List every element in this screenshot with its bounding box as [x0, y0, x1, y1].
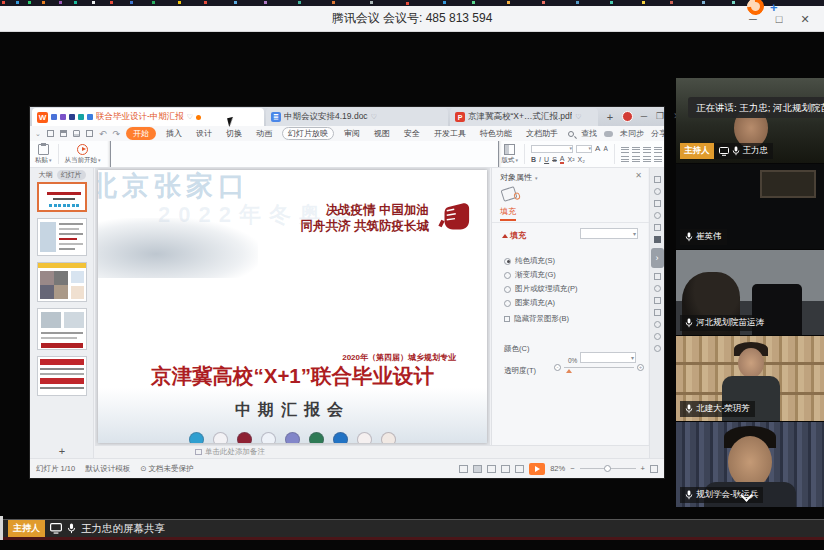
- menu-tab-review[interactable]: 审阅: [340, 127, 364, 140]
- favorite-icon[interactable]: ♡: [575, 113, 581, 121]
- protection-status[interactable]: ⊙ 文档未受保护: [140, 464, 193, 474]
- shrink-font-button[interactable]: A: [603, 145, 607, 152]
- slideshow-play-button[interactable]: [529, 463, 545, 475]
- doc-tab[interactable]: P 京津冀高校“X+…式汇报.pdf ♡: [450, 108, 598, 126]
- zoom-level[interactable]: 82%: [550, 464, 565, 473]
- video-tile[interactable]: 崔英伟: [676, 164, 824, 249]
- search-icon[interactable]: [568, 131, 574, 137]
- menu-tab-slideshow[interactable]: 幻灯片放映: [282, 127, 334, 140]
- panel-close-icon[interactable]: ✕: [635, 171, 642, 180]
- slide-thumbnail-5[interactable]: [37, 356, 87, 396]
- sidebar-icon[interactable]: [654, 309, 661, 316]
- tab-outline[interactable]: 大纲: [39, 170, 53, 180]
- sidebar-icon[interactable]: [654, 285, 661, 292]
- sidebar-icon[interactable]: [654, 345, 661, 352]
- grow-font-button[interactable]: A: [595, 144, 600, 153]
- menu-tab-assistant[interactable]: 文档助手: [522, 127, 562, 140]
- view-split-icon[interactable]: [501, 465, 510, 473]
- redo-icon[interactable]: ↷: [112, 129, 120, 139]
- slider-marker-icon[interactable]: [566, 369, 572, 373]
- favorite-icon[interactable]: ♡: [187, 113, 193, 121]
- slide-thumbnail-2[interactable]: [37, 218, 87, 256]
- play-from-current-button[interactable]: 从当前开始▾: [65, 144, 101, 165]
- fill-bucket-icon[interactable]: [500, 186, 517, 202]
- fill-preset-combo[interactable]: [580, 228, 638, 239]
- color-combo[interactable]: [580, 352, 636, 363]
- slider-plus-icon[interactable]: +: [637, 364, 644, 371]
- save-icon[interactable]: [60, 130, 67, 137]
- sidebar-icon[interactable]: [654, 297, 661, 304]
- zoom-slider[interactable]: [580, 468, 636, 469]
- menu-collapse-icon[interactable]: ⌄: [35, 130, 41, 138]
- doc-tab[interactable]: ≣ 中期会议安排4.19.doc ♡: [266, 108, 448, 126]
- align-left-icon[interactable]: [621, 156, 629, 162]
- share-button[interactable]: 分享: [651, 128, 664, 139]
- sidebar-icon[interactable]: [654, 200, 661, 207]
- sidebar-icon[interactable]: [654, 176, 661, 183]
- subscript-button[interactable]: X₂: [577, 156, 584, 163]
- template-name[interactable]: 默认设计模板: [85, 464, 130, 474]
- font-color-button[interactable]: A: [560, 155, 565, 164]
- layout-button[interactable]: 版式▾: [502, 144, 519, 165]
- zoom-slider-knob[interactable]: [604, 465, 611, 472]
- notes-bar[interactable]: 单击此处添加备注: [95, 445, 649, 458]
- outdent-icon[interactable]: [654, 147, 662, 153]
- close-icon[interactable]: ✕: [792, 13, 818, 26]
- numbering-icon[interactable]: [632, 147, 640, 153]
- sidebar-icon[interactable]: [654, 224, 661, 231]
- wps-restore-icon[interactable]: ❐: [652, 107, 668, 126]
- view-notes-icon[interactable]: [515, 465, 524, 473]
- slide[interactable]: 北京张家口 2022年冬奥会 决战疫情 中国加油 同舟共济 共筑防疫长城 202…: [98, 170, 487, 443]
- sidebar-icon-selected[interactable]: [654, 236, 661, 243]
- video-tile[interactable]: 北建大-荣玥芳: [676, 336, 824, 421]
- bold-button[interactable]: B: [531, 156, 536, 163]
- italic-button[interactable]: I: [539, 156, 541, 163]
- align-center-icon[interactable]: [632, 156, 640, 162]
- menu-tab-devtools[interactable]: 开发工具: [430, 127, 470, 140]
- search-label[interactable]: 查找: [581, 128, 597, 139]
- slide-thumbnail-1[interactable]: [37, 182, 87, 212]
- wps-minimize-icon[interactable]: ─: [636, 107, 652, 126]
- indent-icon[interactable]: [643, 147, 651, 153]
- align-right-icon[interactable]: [643, 156, 651, 162]
- sync-status[interactable]: 未同步: [620, 128, 644, 139]
- superscript-button[interactable]: X²: [567, 156, 574, 163]
- slide-thumbnail-3[interactable]: [37, 262, 87, 302]
- new-slide-button[interactable]: 新建幻灯片▾: [107, 141, 496, 168]
- add-slide-button[interactable]: +: [30, 445, 94, 457]
- sidebar-icon[interactable]: [654, 273, 661, 280]
- undo-icon[interactable]: ↶: [99, 129, 107, 139]
- radio-pattern-fill[interactable]: 图案填充(A): [504, 298, 555, 308]
- font-size-combo[interactable]: [576, 145, 592, 153]
- menu-tab-insert[interactable]: 插入: [162, 127, 186, 140]
- chevron-down-icon[interactable]: [742, 489, 752, 499]
- view-sorter-icon[interactable]: [487, 465, 496, 473]
- menu-tab-features[interactable]: 特色功能: [476, 127, 516, 140]
- slider-minus-icon[interactable]: -: [554, 364, 561, 371]
- slide-thumbnail-4[interactable]: [37, 308, 87, 350]
- video-tile[interactable]: 河北规划院苗运涛: [676, 250, 824, 335]
- video-tile-host[interactable]: 主持人 王力忠: [676, 78, 824, 163]
- radio-gradient-fill[interactable]: 渐变填充(G): [504, 270, 556, 280]
- menu-tab-design[interactable]: 设计: [192, 127, 216, 140]
- new-file-icon[interactable]: [47, 130, 54, 137]
- bullets-icon[interactable]: [621, 147, 629, 153]
- paste-button[interactable]: 粘贴▾: [35, 144, 52, 165]
- radio-solid-fill[interactable]: 纯色填充(S): [504, 256, 555, 266]
- menu-tab-view[interactable]: 视图: [370, 127, 394, 140]
- menu-tab-security[interactable]: 安全: [400, 127, 424, 140]
- opacity-slider[interactable]: - 0% +: [554, 364, 644, 371]
- menu-tab-home[interactable]: 开始: [126, 127, 156, 140]
- tab-slides[interactable]: 幻灯片: [57, 170, 86, 180]
- zoom-in-icon[interactable]: +: [641, 464, 645, 473]
- new-tab-button[interactable]: +: [602, 108, 618, 126]
- line-spacing-icon[interactable]: [654, 156, 662, 162]
- underline-button[interactable]: U: [544, 156, 549, 163]
- video-tile[interactable]: 规划学会-耿运兵: [676, 422, 824, 507]
- floating-plus-icon[interactable]: +: [770, 0, 778, 15]
- fullscreen-icon[interactable]: [650, 465, 658, 473]
- sidebar-icon[interactable]: [654, 321, 661, 328]
- account-avatar[interactable]: [622, 111, 633, 122]
- fill-section-header[interactable]: 填充: [502, 230, 526, 241]
- sidebar-icon[interactable]: [654, 188, 661, 195]
